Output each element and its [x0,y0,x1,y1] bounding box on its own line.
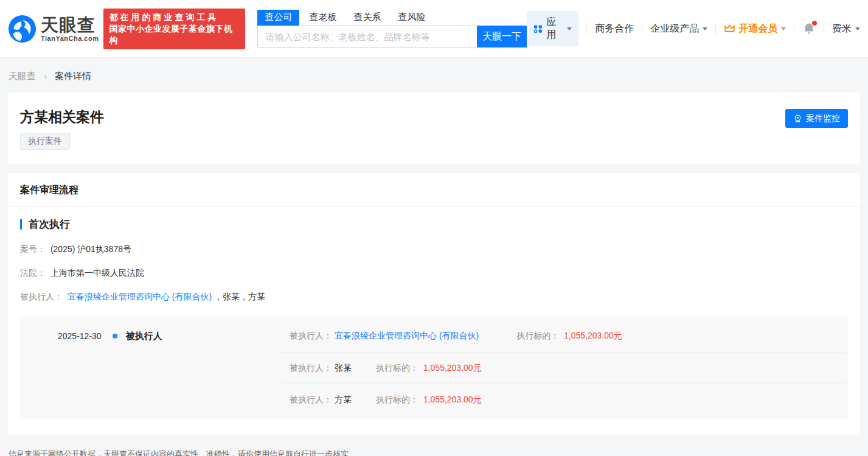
executed-company-link[interactable]: 宜春浪绫企业管理咨询中心 (有限合伙) [335,331,479,342]
execution-amount: 1,055,203.00元 [423,395,482,404]
monitor-camera-icon [793,114,802,123]
footer: 信息来源于网络公开数据，天眼查不保证内容的真实性、准确性，请你使用信息前自行进一… [0,435,868,456]
table-row: 被执行人： 方某 执行标的： 1,055,203.00元 [280,384,847,415]
disclaimer-text: 信息来源于网络公开数据，天眼查不保证内容的真实性、准确性，请你使用信息前自行进一… [9,449,349,456]
field-case-number: 案号： (2025) 沪01执3878号 [20,244,848,255]
brand-name: 天眼查 [41,16,99,34]
slogan-line-2: 国家中小企业发展子基金旗下机构 [109,23,240,46]
stage-accent-bar [20,219,22,230]
top-nav: 应用 商务合作 企业级产品 开通会员 费米 [527,11,860,46]
nav-open-membership[interactable]: 开通会员 [724,23,786,35]
nav-divider [715,24,716,34]
search-tabs: 查公司 查老板 查关系 查风险 [257,10,527,26]
nav-enterprise-products[interactable]: 企业级产品 [650,23,707,35]
executed-person-name: 张某 [335,363,352,374]
chevron-down-icon [781,27,786,30]
username: 费米 [832,23,852,35]
timeline-event-label: 被执行人 [126,331,162,342]
page-title: 方某相关案件 [20,109,104,125]
nav-apps-button[interactable]: 应用 [527,11,578,46]
tab-search-boss[interactable]: 查老板 [302,10,344,26]
top-header: 天眼查 TianYanCha.com 都在用的商业查询工具 国家中小企业发展子基… [0,0,868,58]
chevron-down-icon [567,27,572,30]
case-title-card: 方某相关案件 执行案件 案件监控 [8,93,860,164]
table-row: 被执行人： 张某 执行标的： 1,055,203.00元 [280,352,847,384]
executed-person-rows: 被执行人： 宜春浪绫企业管理咨询中心 (有限合伙) 执行标的： 1,055,20… [280,320,847,415]
tianyancha-logo[interactable]: 天眼查 TianYanCha.com [8,15,99,43]
nav-divider [642,24,642,34]
nav-user-menu[interactable]: 费米 [832,23,860,35]
table-row: 被执行人： 宜春浪绫企业管理咨询中心 (有限合伙) 执行标的： 1,055,20… [280,320,847,352]
nav-divider [586,24,587,34]
case-monitor-button[interactable]: 案件监控 [785,109,848,128]
tianyancha-logo-icon [8,15,36,43]
nav-business-cooperation[interactable]: 商务合作 [595,23,634,35]
search-button[interactable]: 天眼一下 [477,26,527,47]
field-court: 法院： 上海市第一中级人民法院 [20,268,848,279]
notification-dot [812,21,817,26]
crown-icon [724,24,735,33]
section-title: 案件审理流程 [8,173,860,207]
search-input[interactable] [257,26,477,47]
slogan-badge: 都在用的商业查询工具 国家中小企业发展子基金旗下机构 [103,9,245,49]
case-process-card: 案件审理流程 首次执行 案号： (2025) 沪01执3878号 法院： 上海市… [8,173,860,435]
case-type-tag: 执行案件 [20,133,70,150]
timeline-event: 2025-12-30 被执行人 [20,320,280,352]
execution-amount: 1,055,203.00元 [564,331,622,340]
notification-bell-icon[interactable] [802,22,816,35]
stage-title: 首次执行 [20,217,848,231]
apps-grid-icon [533,24,543,34]
breadcrumb: 天眼查 › 案件详情 [0,58,868,93]
timeline-dot-icon [113,334,117,338]
slogan-line-1: 都在用的商业查询工具 [109,12,240,23]
timeline-date: 2025-12-30 [58,331,102,341]
field-executed-persons: 被执行人： 宜春浪绫企业管理咨询中心 (有限合伙) ，张某，方某 [20,292,848,303]
search-module: 查公司 查老板 查关系 查风险 天眼一下 [257,10,527,47]
tab-search-company[interactable]: 查公司 [257,10,299,26]
tab-search-risk[interactable]: 查风险 [391,10,432,26]
nav-apps-label: 应用 [546,16,563,41]
nav-divider [824,24,824,34]
tab-search-relation[interactable]: 查关系 [346,10,388,26]
chevron-down-icon [855,27,860,30]
execution-amount: 1,055,203.00元 [423,363,482,373]
brand-domain: TianYanCha.com [41,35,99,42]
nav-divider [794,24,794,34]
breadcrumb-home[interactable]: 天眼查 [9,71,36,81]
chevron-down-icon [703,27,707,30]
executed-person-name: 方某 [335,395,352,405]
breadcrumb-separator: › [44,71,47,81]
breadcrumb-current: 案件详情 [55,71,91,81]
timeline-block: 2025-12-30 被执行人 被执行人： 宜春浪绫企业管理咨询中心 (有限合伙… [20,317,848,419]
executed-company-link[interactable]: 宜春浪绫企业管理咨询中心 (有限合伙) [68,292,212,301]
